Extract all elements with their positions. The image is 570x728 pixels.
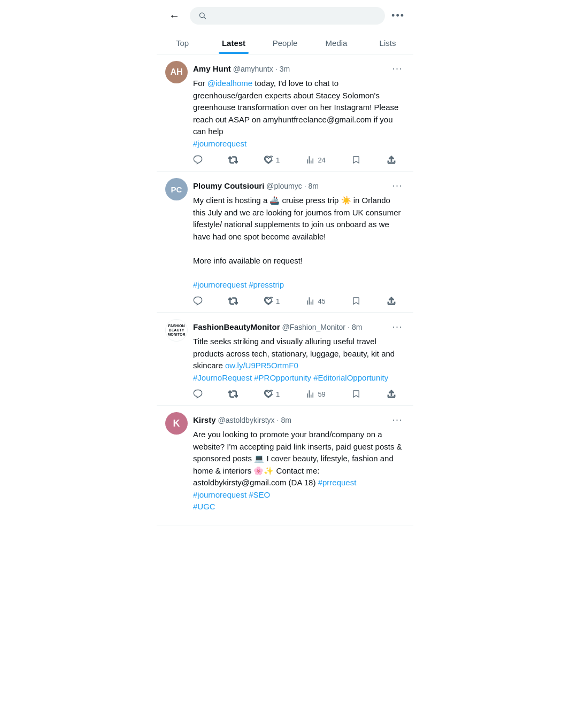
views-button[interactable]: 24 bbox=[305, 155, 325, 165]
reply-button[interactable] bbox=[193, 296, 203, 306]
like-icon bbox=[264, 155, 273, 165]
separator: · bbox=[348, 323, 350, 331]
tweet-body: Amy Hunt @amyhuntx · 3m ··· For @idealho… bbox=[193, 61, 405, 165]
tweet-username[interactable]: Ploumy Coutsiouri bbox=[193, 181, 264, 190]
avatar[interactable]: FASHIONBEAUTYMONITOR bbox=[165, 319, 188, 342]
retweet-icon bbox=[228, 389, 238, 399]
views-count: 24 bbox=[318, 156, 325, 164]
hashtag-prrequest[interactable]: #prrequest bbox=[318, 478, 357, 487]
search-icon bbox=[198, 11, 206, 20]
tweet-more-button[interactable]: ··· bbox=[390, 178, 405, 193]
hashtag-editorialopportunity[interactable]: #EditorialOpportunity bbox=[313, 373, 388, 382]
tab-latest[interactable]: Latest bbox=[208, 31, 259, 54]
reply-icon bbox=[193, 155, 203, 165]
bookmark-icon bbox=[351, 155, 361, 165]
share-button[interactable] bbox=[387, 155, 396, 165]
tweet-2: PC Ploumy Coutsiouri @ploumyc · 8m ··· M… bbox=[157, 172, 413, 313]
like-icon bbox=[264, 296, 273, 306]
external-link[interactable]: ow.ly/U9PR5OrtmF0 bbox=[225, 361, 298, 370]
tweet-username[interactable]: Amy Hunt bbox=[193, 64, 231, 73]
retweet-button[interactable] bbox=[228, 296, 238, 306]
tweet-1: AH Amy Hunt @amyhuntx · 3m ··· For @idea… bbox=[157, 55, 413, 172]
tweet-username[interactable]: FashionBeautyMonitor bbox=[193, 322, 280, 331]
like-icon bbox=[264, 389, 273, 399]
share-button[interactable] bbox=[387, 296, 396, 306]
avatar[interactable]: PC bbox=[165, 178, 188, 200]
header: ← #journorequest ••• bbox=[157, 0, 413, 31]
tweet-time: 3m bbox=[280, 65, 290, 73]
hashtag-seo[interactable]: #SEO bbox=[249, 490, 270, 499]
bookmark-button[interactable] bbox=[351, 389, 361, 399]
more-options-button[interactable]: ••• bbox=[391, 10, 405, 21]
views-count: 45 bbox=[318, 297, 325, 305]
search-bar[interactable]: #journorequest bbox=[190, 7, 385, 25]
views-button[interactable]: 45 bbox=[305, 296, 325, 306]
tweet-header: Kirsty @astoldbykirstyx · 8m ··· bbox=[193, 412, 405, 428]
hashtag-presstrip[interactable]: #presstrip bbox=[249, 280, 284, 289]
bookmark-icon bbox=[351, 389, 361, 399]
like-count: 1 bbox=[276, 297, 280, 305]
bookmark-button[interactable] bbox=[351, 155, 361, 165]
like-count: 1 bbox=[276, 390, 280, 398]
hashtag-journorequest[interactable]: #journorequest bbox=[193, 280, 247, 289]
tweet-body: Ploumy Coutsiouri @ploumyc · 8m ··· My c… bbox=[193, 178, 405, 306]
tweet-handle[interactable]: @amyhuntx bbox=[233, 65, 273, 73]
like-count: 1 bbox=[276, 156, 280, 164]
share-icon bbox=[387, 155, 396, 165]
tab-people[interactable]: People bbox=[259, 31, 311, 54]
like-button[interactable]: 1 bbox=[264, 389, 280, 399]
like-button[interactable]: 1 bbox=[264, 155, 280, 165]
tweet-time: 8m bbox=[309, 182, 319, 190]
retweet-icon bbox=[228, 296, 238, 306]
tweet-3: FASHIONBEAUTYMONITOR FashionBeautyMonito… bbox=[157, 313, 413, 406]
tweet-more-button[interactable]: ··· bbox=[390, 61, 405, 76]
tweet-text: My client is hosting a 🚢 cruise press tr… bbox=[193, 195, 405, 291]
tab-lists[interactable]: Lists bbox=[362, 31, 413, 54]
tweet-header: Ploumy Coutsiouri @ploumyc · 8m ··· bbox=[193, 178, 405, 193]
hashtag-journorequest[interactable]: #journorequest bbox=[193, 490, 247, 499]
back-button[interactable]: ← bbox=[165, 6, 183, 25]
separator: · bbox=[277, 416, 279, 424]
tab-top[interactable]: Top bbox=[157, 31, 208, 54]
tweet-time: 8m bbox=[352, 323, 362, 331]
tweet-more-button[interactable]: ··· bbox=[390, 412, 405, 428]
search-input[interactable]: #journorequest bbox=[211, 11, 376, 20]
separator: · bbox=[275, 65, 278, 73]
tab-media[interactable]: Media bbox=[311, 31, 362, 54]
retweet-button[interactable] bbox=[228, 389, 238, 399]
hashtag-propportunity[interactable]: #PROpportunity bbox=[254, 373, 311, 382]
hashtag-journorequest[interactable]: #JournoRequest bbox=[193, 373, 252, 382]
hashtag-ugc[interactable]: #UGC bbox=[193, 502, 215, 511]
retweet-button[interactable] bbox=[228, 155, 238, 165]
bookmark-button[interactable] bbox=[351, 296, 361, 306]
tweet-handle[interactable]: @Fashion_Monitor bbox=[282, 323, 346, 331]
views-icon bbox=[305, 389, 315, 399]
tweet-actions: 1 45 bbox=[193, 296, 396, 306]
tweet-handle[interactable]: @astoldbykirstyx bbox=[218, 416, 275, 424]
tweet-meta: Amy Hunt @amyhuntx · 3m bbox=[193, 64, 290, 73]
reply-button[interactable] bbox=[193, 155, 203, 165]
mention-idealhome[interactable]: @idealhome bbox=[207, 79, 252, 88]
tweet-more-button[interactable]: ··· bbox=[390, 319, 405, 335]
views-icon bbox=[305, 155, 315, 165]
share-icon bbox=[387, 389, 396, 399]
bookmark-icon bbox=[351, 296, 361, 306]
tweet-body: Kirsty @astoldbykirstyx · 8m ··· Are you… bbox=[193, 412, 405, 518]
reply-icon bbox=[193, 296, 203, 306]
tweet-header: FashionBeautyMonitor @Fashion_Monitor · … bbox=[193, 319, 405, 335]
tweet-username[interactable]: Kirsty bbox=[193, 415, 216, 424]
views-button[interactable]: 59 bbox=[305, 389, 325, 399]
tweet-actions: 1 24 bbox=[193, 155, 396, 165]
share-button[interactable] bbox=[387, 389, 396, 399]
like-button[interactable]: 1 bbox=[264, 296, 280, 306]
hashtag-journorequest[interactable]: #journorequest bbox=[193, 139, 247, 148]
views-icon bbox=[305, 296, 315, 306]
tweet-body: FashionBeautyMonitor @Fashion_Monitor · … bbox=[193, 319, 405, 399]
tweet-text: Title seeks striking and visually alluri… bbox=[193, 336, 405, 384]
tweet-handle[interactable]: @ploumyc bbox=[266, 182, 302, 190]
avatar[interactable]: K bbox=[165, 412, 188, 435]
separator: · bbox=[304, 182, 306, 190]
tweet-meta: Ploumy Coutsiouri @ploumyc · 8m bbox=[193, 181, 319, 190]
reply-button[interactable] bbox=[193, 389, 203, 399]
avatar[interactable]: AH bbox=[165, 61, 188, 83]
